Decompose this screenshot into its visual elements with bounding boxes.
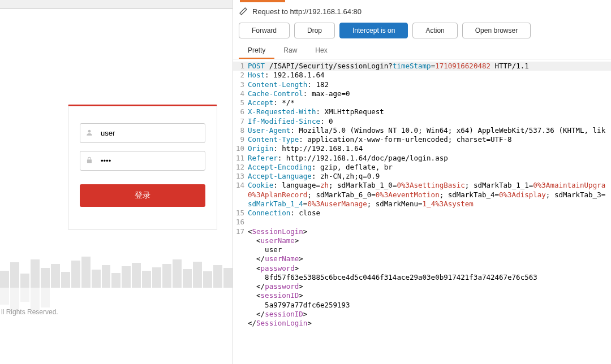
cityscape-reflection	[0, 288, 233, 310]
svg-rect-1	[87, 159, 92, 163]
request-body[interactable]: 1POST /ISAPI/Security/sessionLogin?timeS…	[233, 59, 611, 364]
cityscape-decoration	[0, 254, 233, 288]
login-form: 登录	[68, 105, 217, 230]
edit-icon	[239, 7, 248, 16]
intercept-toggle-button[interactable]: Intercept is on	[339, 23, 408, 38]
open-browser-button[interactable]: Open browser	[462, 23, 531, 38]
tab-pretty[interactable]: Pretty	[239, 43, 274, 59]
user-icon	[85, 128, 93, 138]
svg-point-0	[88, 129, 91, 132]
forward-button[interactable]: Forward	[239, 23, 290, 38]
browser-chrome-bar	[0, 0, 233, 9]
copyright-footer: ll Rights Reserved.	[1, 308, 58, 316]
tab-raw[interactable]: Raw	[274, 43, 306, 59]
login-page-panel: 登录	[0, 0, 233, 364]
password-input[interactable]	[80, 151, 205, 171]
tab-hex[interactable]: Hex	[306, 43, 336, 59]
action-button[interactable]: Action	[412, 23, 457, 38]
drop-button[interactable]: Drop	[294, 23, 335, 38]
lock-icon	[85, 156, 93, 166]
request-title: Request to http://192.168.1.64:80	[252, 7, 362, 16]
login-button[interactable]: 登录	[80, 184, 205, 207]
username-input[interactable]	[80, 123, 205, 143]
intercept-panel: Request to http://192.168.1.64:80 Forwar…	[233, 0, 611, 364]
